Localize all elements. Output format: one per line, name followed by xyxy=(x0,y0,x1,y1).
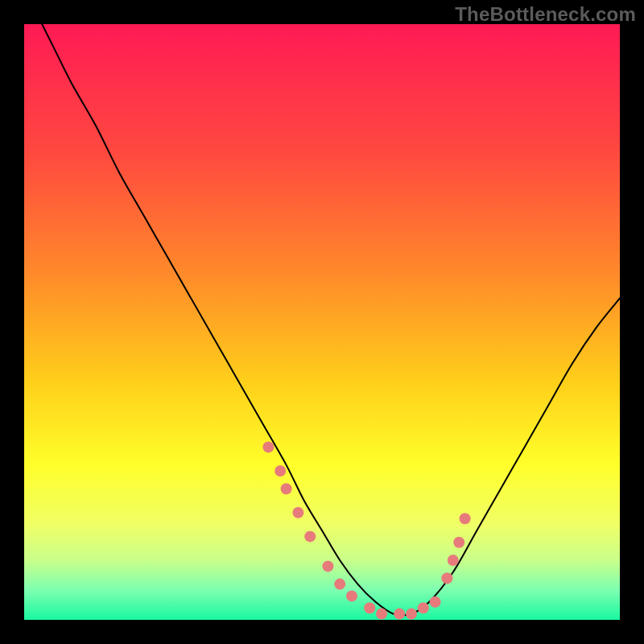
curve-dot xyxy=(334,579,345,590)
curve-dot xyxy=(460,513,471,524)
curve-dot xyxy=(453,537,464,548)
curve-dot xyxy=(322,560,333,572)
plot-area xyxy=(24,24,620,620)
curve-dot xyxy=(364,602,375,613)
curve-dot xyxy=(376,609,387,620)
curve-dot xyxy=(418,602,429,613)
curve-dot xyxy=(292,507,303,518)
curve-dot xyxy=(448,555,459,566)
bottleneck-chart xyxy=(24,24,620,620)
curve-dot xyxy=(346,590,357,601)
curve-dot xyxy=(406,609,417,620)
curve-dot xyxy=(275,465,286,477)
curve-dot xyxy=(281,483,292,494)
curve-dot xyxy=(304,530,316,542)
curve-dot xyxy=(441,572,452,584)
watermark-text: TheBottleneck.com xyxy=(455,3,636,26)
curve-dot xyxy=(430,597,441,608)
chart-frame: TheBottleneck.com xyxy=(0,0,644,644)
curve-dot xyxy=(394,609,405,620)
curve-dot xyxy=(262,441,274,452)
